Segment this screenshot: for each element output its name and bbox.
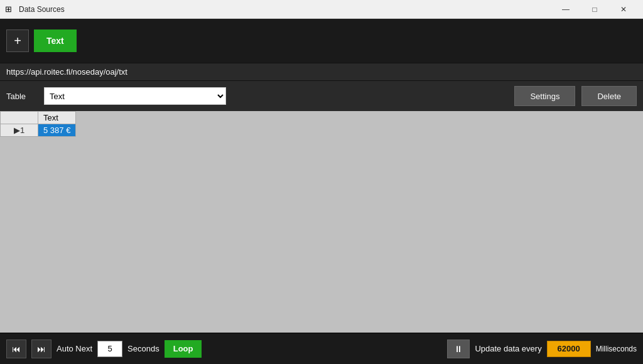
data-table: Text ▶1 5 387 €	[0, 111, 76, 137]
delete-button[interactable]: Delete	[581, 86, 637, 106]
url-bar: https://api.roitec.fi/noseday/oaj/txt	[0, 63, 643, 80]
seconds-label: Seconds	[127, 344, 159, 353]
row-arrow: ▶	[14, 126, 20, 135]
table-label: Table	[6, 92, 38, 101]
table-row[interactable]: ▶1 5 387 €	[1, 124, 76, 137]
window-controls: — □ ✕	[551, 0, 638, 19]
text-column-header: Text	[38, 112, 76, 124]
auto-next-label: Auto Next	[57, 344, 92, 353]
config-row: Table Text Settings Delete	[0, 80, 643, 111]
app-icon: ⊞	[5, 4, 15, 14]
close-button[interactable]: ✕	[609, 0, 638, 19]
settings-button[interactable]: Settings	[514, 86, 575, 106]
url-text: https://api.roitec.fi/noseday/oaj/txt	[6, 67, 127, 77]
row-number-cell: ▶1	[1, 124, 38, 137]
row-num-header	[1, 112, 38, 124]
table-select[interactable]: Text	[44, 87, 226, 105]
loop-button[interactable]: Loop	[165, 340, 202, 358]
minimize-button[interactable]: —	[551, 0, 580, 19]
bottom-bar: ⏮ ⏭ Auto Next Seconds Loop ⏸ Update data…	[0, 333, 643, 364]
pause-button[interactable]: ⏸	[447, 340, 470, 358]
maximize-button[interactable]: □	[580, 0, 609, 19]
window-title: Data Sources	[19, 5, 551, 14]
row-num: 1	[20, 126, 24, 135]
ms-input[interactable]	[547, 341, 591, 357]
prev-start-button[interactable]: ⏮	[6, 340, 26, 358]
update-label: Update data every	[475, 344, 541, 353]
ms-label: Milliseconds	[596, 345, 637, 353]
add-button[interactable]: +	[6, 29, 29, 52]
table-header-row: Text	[1, 112, 76, 124]
row-value-cell: 5 387 €	[38, 124, 76, 137]
next-end-button[interactable]: ⏭	[31, 340, 51, 358]
toolbar: + Text	[0, 19, 643, 63]
data-area: Text ▶1 5 387 €	[0, 111, 643, 333]
title-bar: ⊞ Data Sources — □ ✕	[0, 0, 643, 19]
text-button[interactable]: Text	[34, 29, 77, 52]
seconds-input[interactable]	[97, 341, 122, 357]
